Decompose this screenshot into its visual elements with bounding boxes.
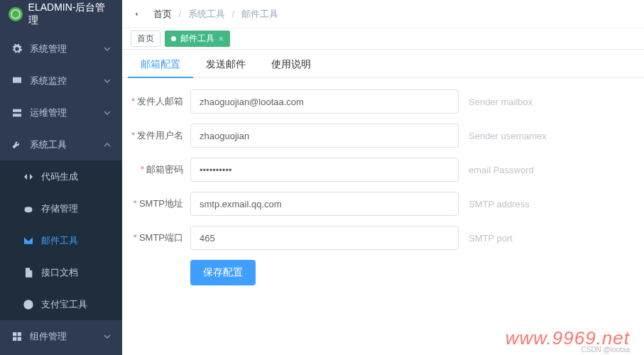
menu-components[interactable]: 组件管理 bbox=[0, 320, 122, 352]
menu-label: 系统工具 bbox=[30, 138, 67, 151]
input-password[interactable] bbox=[190, 158, 459, 182]
breadcrumb-sep: / bbox=[228, 9, 239, 19]
label-smtp-port: *SMTP端口 bbox=[129, 231, 190, 244]
code-icon bbox=[23, 171, 34, 182]
tag-label: 首页 bbox=[137, 33, 154, 45]
tab-send[interactable]: 发送邮件 bbox=[193, 50, 258, 77]
menu-system-monitor[interactable]: 系统监控 bbox=[0, 65, 122, 97]
breadcrumb-last: 邮件工具 bbox=[241, 9, 278, 19]
sidebar: ELADMIN-后台管理 系统管理 系统监控 运维管理 系统工具 代码生成 bbox=[0, 0, 122, 355]
qiniu-icon bbox=[23, 203, 34, 214]
submenu-code-gen[interactable]: 代码生成 bbox=[0, 160, 122, 192]
chevron-down-icon bbox=[104, 109, 111, 116]
server-icon bbox=[11, 107, 23, 119]
submenu-swagger[interactable]: 接口文档 bbox=[0, 256, 122, 288]
email-icon bbox=[23, 235, 34, 246]
tab-help[interactable]: 使用说明 bbox=[258, 50, 324, 77]
breadcrumb-mid: 系统工具 bbox=[188, 9, 225, 19]
menu-system-manage[interactable]: 系统管理 bbox=[0, 33, 122, 65]
chevron-down-icon bbox=[104, 77, 111, 84]
label-username: *发件用户名 bbox=[129, 129, 190, 142]
hint-username: Sender usernamex bbox=[469, 131, 547, 141]
chevron-down-icon bbox=[104, 333, 111, 340]
input-smtp-port[interactable] bbox=[190, 226, 459, 250]
submenu-label: 邮件工具 bbox=[41, 234, 78, 247]
tag-home[interactable]: 首页 bbox=[131, 31, 160, 47]
label-smtp-host: *SMTP地址 bbox=[129, 197, 190, 210]
watermark-sub: CSDN @lootaa bbox=[581, 346, 630, 354]
input-username[interactable] bbox=[190, 124, 459, 148]
monitor-icon bbox=[11, 75, 23, 87]
submenu-email-tool[interactable]: 邮件工具 bbox=[0, 224, 122, 256]
input-from-email[interactable] bbox=[190, 89, 459, 114]
tag-email-tool[interactable]: 邮件工具 × bbox=[165, 31, 230, 47]
menu-label: 组件管理 bbox=[30, 330, 67, 343]
active-dot-icon bbox=[171, 36, 176, 41]
topbar: 首页 / 系统工具 / 邮件工具 bbox=[122, 0, 644, 28]
hint-from-email: Sender mailbox bbox=[469, 97, 533, 107]
label-from-email: *发件人邮箱 bbox=[129, 95, 190, 108]
doc-icon bbox=[23, 267, 34, 278]
menu-label: 系统监控 bbox=[30, 75, 67, 87]
menu-ops-manage[interactable]: 运维管理 bbox=[0, 97, 122, 129]
alipay-icon bbox=[23, 299, 34, 310]
tag-label: 邮件工具 bbox=[180, 33, 214, 45]
hint-smtp-port: SMTP port bbox=[469, 233, 513, 244]
close-icon[interactable]: × bbox=[219, 34, 224, 44]
hint-password: email Password bbox=[469, 165, 534, 175]
content-tabs: 邮箱配置 发送邮件 使用说明 bbox=[122, 50, 644, 78]
label-password: *邮箱密码 bbox=[129, 163, 190, 176]
input-smtp-host[interactable] bbox=[190, 192, 459, 216]
chevron-down-icon bbox=[104, 45, 111, 53]
app-logo: ELADMIN-后台管理 bbox=[0, 0, 122, 28]
breadcrumb-home[interactable]: 首页 bbox=[153, 9, 172, 19]
tab-config[interactable]: 邮箱配置 bbox=[128, 50, 193, 77]
menu-system-tool[interactable]: 系统工具 bbox=[0, 129, 122, 160]
submenu-label: 存储管理 bbox=[41, 202, 78, 215]
submenu-storage[interactable]: 存储管理 bbox=[0, 192, 122, 224]
hint-smtp-host: SMTP address bbox=[469, 199, 530, 209]
submenu-label: 代码生成 bbox=[41, 170, 78, 183]
submenu-alipay[interactable]: 支付宝工具 bbox=[0, 288, 122, 320]
submenu-label: 接口文档 bbox=[41, 266, 78, 279]
collapse-icon[interactable] bbox=[133, 9, 145, 20]
svg-point-0 bbox=[23, 300, 33, 309]
menu-label: 系统管理 bbox=[30, 43, 67, 55]
submenu-label: 支付宝工具 bbox=[41, 298, 87, 311]
breadcrumb: 首页 / 系统工具 / 邮件工具 bbox=[153, 8, 278, 21]
breadcrumb-sep: / bbox=[175, 9, 186, 19]
tags-bar: 首页 邮件工具 × bbox=[122, 28, 644, 50]
chevron-up-icon bbox=[104, 141, 111, 148]
main-area: 首页 / 系统工具 / 邮件工具 首页 邮件工具 × 邮箱配置 发送邮件 使用说… bbox=[122, 0, 644, 355]
app-title: ELADMIN-后台管理 bbox=[28, 1, 114, 27]
gear-icon bbox=[11, 43, 23, 55]
menu-label: 运维管理 bbox=[30, 106, 67, 119]
tool-icon bbox=[11, 139, 23, 151]
form: *发件人邮箱 Sender mailbox *发件用户名 Sender user… bbox=[122, 78, 644, 297]
save-button[interactable]: 保存配置 bbox=[190, 260, 256, 285]
logo-icon bbox=[9, 7, 23, 21]
component-icon bbox=[11, 331, 23, 342]
